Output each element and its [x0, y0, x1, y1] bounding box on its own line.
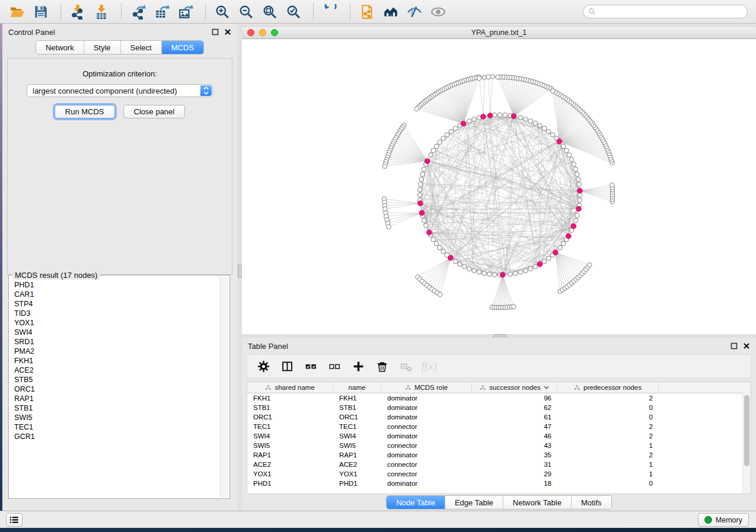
cell-successor_nodes: 31 [472, 461, 557, 468]
close-icon[interactable] [743, 342, 750, 350]
column-header-shared-name[interactable]: shared name [247, 382, 333, 393]
import-network-icon[interactable] [68, 3, 88, 21]
minimize-window-icon[interactable] [259, 29, 266, 36]
close-window-icon[interactable] [247, 29, 254, 36]
tab-network[interactable]: Network [36, 41, 84, 54]
save-icon[interactable] [31, 3, 51, 21]
cell-successor_nodes: 35 [472, 451, 557, 459]
close-icon[interactable] [224, 28, 231, 36]
result-list-item[interactable]: ACE2 [14, 366, 221, 375]
delete-column-icon[interactable] [374, 358, 390, 374]
main-content: Control Panel NetworkStyleSelectMCDS Opt… [2, 24, 756, 511]
cell-shared_name: TEC1 [247, 423, 333, 430]
result-list-item[interactable]: CAR1 [14, 290, 221, 299]
zoom-selected-icon[interactable] [283, 3, 304, 21]
maximize-window-icon[interactable] [271, 29, 278, 36]
tab-select[interactable]: Select [120, 41, 161, 54]
table-row[interactable]: SWI5SWI5connector431 [247, 441, 751, 450]
scrollbar-thumb[interactable] [744, 395, 749, 466]
neighbors-icon[interactable] [381, 3, 401, 21]
export-image-icon[interactable] [176, 3, 196, 21]
tab-edge-table[interactable]: Edge Table [445, 496, 503, 509]
table-row[interactable]: PHD1PHD1dominator180 [247, 479, 751, 488]
refresh-icon[interactable] [320, 3, 340, 21]
result-list-item[interactable]: SWI5 [14, 413, 221, 422]
add-column-icon[interactable] [350, 358, 366, 374]
result-list-item[interactable]: PHD1 [14, 280, 221, 290]
result-list-item[interactable]: STB1 [14, 403, 221, 413]
result-list-item[interactable]: RAP1 [14, 394, 221, 403]
column-header-name[interactable]: name [333, 382, 381, 393]
zoom-fit-icon[interactable] [260, 3, 280, 21]
cell-name: SWI4 [333, 432, 381, 440]
table-row[interactable]: YOX1YOX1connector291 [247, 469, 751, 479]
result-list-item[interactable]: PMA2 [14, 347, 221, 356]
vertical-splitter[interactable] [237, 24, 242, 511]
network-view-canvas[interactable] [242, 39, 756, 334]
result-list-item[interactable]: TEC1 [14, 422, 221, 432]
float-icon[interactable] [731, 342, 738, 350]
cell-mcds_role: connector [381, 442, 472, 449]
memory-button[interactable]: Memory [698, 513, 749, 527]
table-scrollbar[interactable] [742, 393, 751, 493]
float-icon[interactable] [212, 28, 219, 36]
cell-successor_nodes: 47 [472, 423, 557, 430]
result-list-item[interactable]: SRD1 [14, 337, 221, 347]
import-table-icon[interactable] [91, 3, 111, 21]
select-all-icon[interactable] [303, 358, 318, 374]
table-row[interactable]: ACE2ACE2connector311 [247, 460, 751, 469]
optimization-criterion-select[interactable]: largest connected component (undirected) [27, 84, 213, 97]
zoom-out-icon[interactable] [236, 3, 256, 21]
network-graph[interactable] [242, 39, 756, 334]
result-list-item[interactable]: GCR1 [14, 432, 221, 441]
export-table-icon[interactable] [152, 3, 172, 21]
column-header-successor-nodes[interactable]: successor nodes [472, 382, 557, 393]
hide-eye-icon[interactable] [404, 3, 425, 21]
open-folder-icon[interactable] [7, 3, 27, 21]
gear-icon[interactable] [256, 358, 271, 374]
table-row[interactable]: FKH1FKH1dominator962 [247, 393, 751, 403]
show-eye-icon[interactable] [428, 3, 448, 21]
column-split-icon[interactable] [279, 358, 295, 374]
table-panel: Table Panel f(x) shared namenameMCDS rol… [242, 338, 756, 511]
tab-style[interactable]: Style [84, 41, 120, 54]
table-row[interactable]: ORC1ORC1dominator610 [247, 412, 751, 422]
cell-name: ACE2 [333, 461, 381, 468]
export-network-icon[interactable] [128, 3, 148, 21]
zoom-in-icon[interactable] [212, 3, 232, 21]
run-mcds-button[interactable]: Run MCDS [55, 105, 115, 118]
cell-mcds_role: dominator [381, 480, 472, 487]
result-list-item[interactable]: ORC1 [14, 384, 221, 394]
mcds-result-list[interactable]: PHD1CAR1STP4TID3YOX1SWI4SRD1PMA2FKH1ACE2… [10, 277, 221, 497]
table-row[interactable]: SWI4SWI4dominator462 [247, 431, 751, 441]
document-share-icon[interactable] [357, 3, 377, 21]
cell-predecessor_nodes: 2 [557, 395, 659, 402]
cell-name: ORC1 [333, 414, 381, 421]
result-list-item[interactable]: TID3 [14, 309, 221, 318]
control-panel-titlebar: Control Panel [2, 24, 237, 40]
deselect-all-icon[interactable] [327, 358, 342, 374]
result-list-item[interactable]: FKH1 [14, 356, 221, 366]
table-row[interactable]: RAP1RAP1dominator352 [247, 450, 751, 460]
search-input[interactable] [583, 5, 748, 18]
column-header-predecessor-nodes[interactable]: predecessor nodes [557, 382, 659, 393]
tab-node-table[interactable]: Node Table [387, 496, 445, 509]
table-row[interactable]: TEC1TEC1connector472 [247, 422, 751, 431]
tab-motifs[interactable]: Motifs [571, 496, 611, 509]
cell-predecessor_nodes: 0 [557, 480, 659, 487]
result-list-item[interactable]: STB5 [14, 375, 221, 384]
tab-mcds[interactable]: MCDS [161, 41, 203, 54]
result-list-item[interactable]: YOX1 [14, 318, 221, 328]
result-list-scrollbar[interactable] [220, 277, 228, 497]
task-history-button[interactable] [6, 513, 23, 527]
tab-network-table[interactable]: Network Table [503, 496, 571, 509]
result-list-item[interactable]: SWI4 [14, 328, 221, 337]
cell-predecessor_nodes: 1 [557, 470, 659, 477]
column-header-MCDS-role[interactable]: MCDS role [381, 382, 472, 393]
mcds-result-group: MCDS result (17 nodes) PHD1CAR1STP4TID3Y… [8, 275, 230, 499]
window-controls [247, 29, 278, 36]
memory-label: Memory [716, 516, 742, 524]
close-panel-button[interactable]: Close panel [123, 105, 186, 118]
result-list-item[interactable]: STP4 [14, 299, 221, 309]
table-row[interactable]: STB1STB1dominator620 [247, 403, 751, 412]
